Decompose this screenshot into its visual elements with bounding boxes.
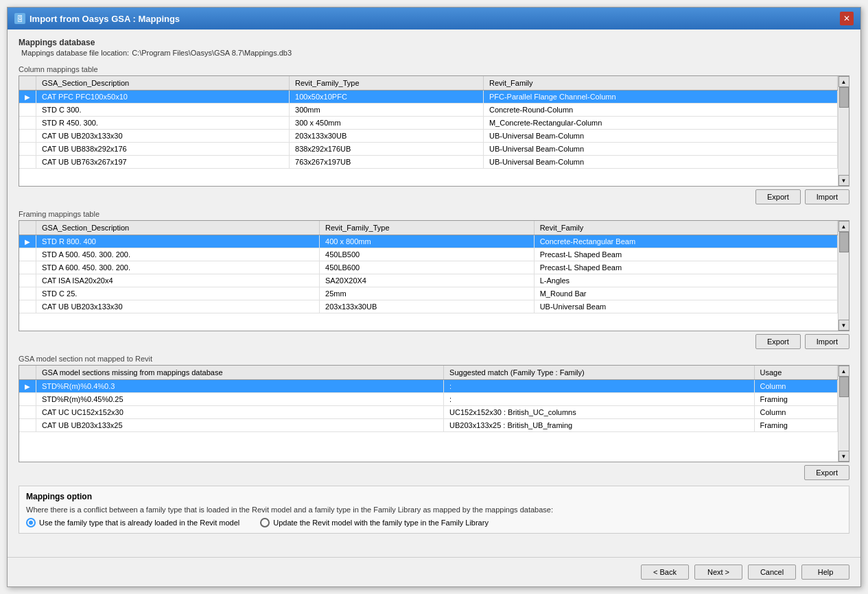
revit-family-cell: UB-Universal Beam-Column bbox=[483, 143, 837, 156]
gsa-model-table: GSA model sections missing from mappings… bbox=[19, 366, 838, 432]
row-arrow bbox=[19, 274, 36, 287]
framing-scrollbar-down-btn[interactable]: ▼ bbox=[838, 320, 849, 331]
column-mappings-label: Column mappings table bbox=[19, 65, 849, 73]
table-row[interactable]: ▶ STD%R(m)%0.4%0.3 : Column bbox=[19, 380, 838, 393]
column-mappings-export-btn[interactable]: Export bbox=[755, 189, 801, 204]
scrollbar-thumb[interactable] bbox=[839, 87, 849, 108]
gsa-desc-cell: STD R 450. 300. bbox=[36, 117, 290, 130]
gsa-desc-cell: CAT UB UB763x267x197 bbox=[36, 156, 290, 169]
gsa-section-cell: STD%R(m)%0.45%0.25 bbox=[36, 393, 444, 406]
next-button[interactable]: Next > bbox=[694, 565, 742, 580]
gsa-desc-cell: CAT UB UB203x133x30 bbox=[36, 300, 320, 313]
gsa-model-section: GSA model section not mapped to Revit GS… bbox=[19, 355, 849, 480]
revit-type-cell: 763x267x197UB bbox=[290, 156, 484, 169]
gsa-desc-cell: CAT PFC PFC100x50x10 bbox=[36, 91, 290, 104]
revit-family-cell: UB-Universal Beam-Column bbox=[483, 130, 837, 143]
gsa-col-sections-header: GSA model sections missing from mappings… bbox=[36, 366, 444, 380]
gsa-scrollbar-up-btn[interactable]: ▲ bbox=[838, 366, 849, 377]
cancel-button[interactable]: Cancel bbox=[748, 565, 796, 580]
revit-type-cell: 450LB600 bbox=[320, 261, 535, 274]
mappings-option-section: Mappings option Where there is a conflic… bbox=[19, 486, 849, 534]
framing-mappings-scrollbar[interactable]: ▲ ▼ bbox=[838, 221, 849, 331]
revit-type-cell: 300 x 450mm bbox=[290, 117, 484, 130]
gsa-col-suggested-header: Suggested match (Family Type : Family) bbox=[444, 366, 754, 380]
col-gsa-desc-header: GSA_Section_Description bbox=[36, 76, 290, 91]
main-content: Mappings database Mappings database file… bbox=[8, 29, 860, 557]
table-row[interactable]: CAT UB UB203x133x25 UB203x133x25 : Briti… bbox=[19, 419, 838, 432]
revit-type-cell: SA20X20X4 bbox=[320, 274, 535, 287]
row-arrow bbox=[19, 143, 36, 156]
table-row[interactable]: CAT ISA ISA20x20x4 SA20X20X4 L-Angles bbox=[19, 274, 838, 287]
gsa-scrollbar-thumb[interactable] bbox=[839, 377, 849, 397]
row-arrow: ▶ bbox=[19, 235, 36, 248]
framing-mappings-table: GSA_Section_Description Revit_Family_Typ… bbox=[19, 221, 838, 313]
revit-family-cell: Concrete-Round-Column bbox=[483, 104, 837, 117]
close-button[interactable]: ✕ bbox=[840, 12, 854, 25]
table-row[interactable]: CAT UB UB763x267x197 763x267x197UB UB-Un… bbox=[19, 156, 838, 169]
table-row[interactable]: STD C 300. 300mm Concrete-Round-Column bbox=[19, 104, 838, 117]
gsa-desc-cell: CAT UB UB838x292x176 bbox=[36, 143, 290, 156]
column-mappings-scrollbar[interactable]: ▲ ▼ bbox=[838, 76, 849, 186]
scrollbar-up-btn[interactable]: ▲ bbox=[838, 76, 849, 87]
scrollbar-down-btn[interactable]: ▼ bbox=[838, 175, 849, 186]
table-row[interactable]: STD C 25. 25mm M_Round Bar bbox=[19, 287, 838, 300]
mappings-option-label: Mappings option bbox=[26, 492, 842, 501]
radio-circle-1 bbox=[26, 518, 36, 527]
framing-scrollbar-track[interactable] bbox=[839, 232, 849, 320]
framing-col-arrow-header bbox=[19, 221, 36, 235]
radio-option-1[interactable]: Use the family type that is already load… bbox=[26, 518, 239, 527]
framing-mappings-import-btn[interactable]: Import bbox=[805, 334, 849, 349]
revit-type-cell: 100x50x10PFC bbox=[290, 91, 484, 104]
framing-scrollbar-thumb[interactable] bbox=[839, 232, 849, 252]
col-revit-family-header: Revit_Family bbox=[483, 76, 837, 91]
help-button[interactable]: Help bbox=[801, 565, 849, 580]
row-arrow bbox=[19, 130, 36, 143]
col-revit-type-header: Revit_Family_Type bbox=[290, 76, 484, 91]
table-row[interactable]: STD A 600. 450. 300. 200. 450LB600 Preca… bbox=[19, 261, 838, 274]
gsa-model-export-btn[interactable]: Export bbox=[804, 465, 849, 480]
back-button[interactable]: < Back bbox=[641, 565, 689, 580]
db-path-value: C:\Program Files\Oasys\GSA 8.7\Mappings.… bbox=[132, 49, 292, 57]
gsa-desc-cell: STD C 300. bbox=[36, 104, 290, 117]
table-row[interactable]: STD A 500. 450. 300. 200. 450LB500 Preca… bbox=[19, 248, 838, 261]
gsa-model-inner: GSA model sections missing from mappings… bbox=[19, 366, 838, 462]
framing-scrollbar-up-btn[interactable]: ▲ bbox=[838, 221, 849, 232]
scrollbar-track[interactable] bbox=[839, 87, 849, 175]
table-row[interactable]: CAT UB UB203x133x30 203x133x30UB UB-Univ… bbox=[19, 130, 838, 143]
framing-mappings-export-btn[interactable]: Export bbox=[755, 334, 801, 349]
revit-type-cell: 203x133x30UB bbox=[290, 130, 484, 143]
suggested-cell: : bbox=[444, 393, 754, 406]
row-arrow bbox=[19, 393, 36, 406]
table-row[interactable]: CAT UC UC152x152x30 UC152x152x30 : Briti… bbox=[19, 406, 838, 419]
column-mappings-import-btn[interactable]: Import bbox=[805, 189, 849, 204]
table-row[interactable]: CAT UB UB203x133x30 203x133x30UB UB-Univ… bbox=[19, 300, 838, 313]
gsa-col-arrow-header bbox=[19, 366, 36, 380]
revit-family-cell: Precast-L Shaped Beam bbox=[534, 261, 837, 274]
table-row[interactable]: STD%R(m)%0.45%0.25 : Framing bbox=[19, 393, 838, 406]
table-row[interactable]: ▶ CAT PFC PFC100x50x10 100x50x10PFC PFC-… bbox=[19, 91, 838, 104]
framing-mappings-label: Framing mappings table bbox=[19, 210, 849, 218]
radio-option-2[interactable]: Update the Revit model with the family t… bbox=[260, 518, 489, 527]
table-row[interactable]: ▶ STD R 800. 400 400 x 800mm Concrete-Re… bbox=[19, 235, 838, 248]
gsa-scrollbar-down-btn[interactable]: ▼ bbox=[838, 451, 849, 462]
usage-cell: Framing bbox=[754, 419, 837, 432]
gsa-scrollbar-track[interactable] bbox=[839, 377, 849, 451]
framing-mappings-inner: GSA_Section_Description Revit_Family_Typ… bbox=[19, 221, 838, 331]
footer: < Back Next > Cancel Help bbox=[8, 557, 860, 586]
table-row[interactable]: STD R 450. 300. 300 x 450mm M_Concrete-R… bbox=[19, 117, 838, 130]
db-path-row: Mappings database file location: C:\Prog… bbox=[19, 49, 849, 57]
column-mappings-table-scroll: GSA_Section_Description Revit_Family_Typ… bbox=[19, 76, 849, 186]
gsa-desc-cell: STD A 600. 450. 300. 200. bbox=[36, 261, 320, 274]
gsa-model-scrollbar[interactable]: ▲ ▼ bbox=[838, 366, 849, 462]
window-icon: 🗄 bbox=[14, 13, 25, 24]
column-mappings-inner: GSA_Section_Description Revit_Family_Typ… bbox=[19, 76, 838, 186]
gsa-model-section-label: GSA model section not mapped to Revit bbox=[19, 355, 849, 363]
framing-mappings-table-container: GSA_Section_Description Revit_Family_Typ… bbox=[19, 220, 849, 331]
table-row[interactable]: CAT UB UB838x292x176 838x292x176UB UB-Un… bbox=[19, 143, 838, 156]
usage-cell: Column bbox=[754, 380, 837, 393]
row-arrow bbox=[19, 104, 36, 117]
framing-mappings-table-scroll: GSA_Section_Description Revit_Family_Typ… bbox=[19, 221, 849, 331]
revit-family-cell: PFC-Parallel Flange Channel-Column bbox=[483, 91, 837, 104]
revit-type-cell: 400 x 800mm bbox=[320, 235, 535, 248]
revit-type-cell: 25mm bbox=[320, 287, 535, 300]
